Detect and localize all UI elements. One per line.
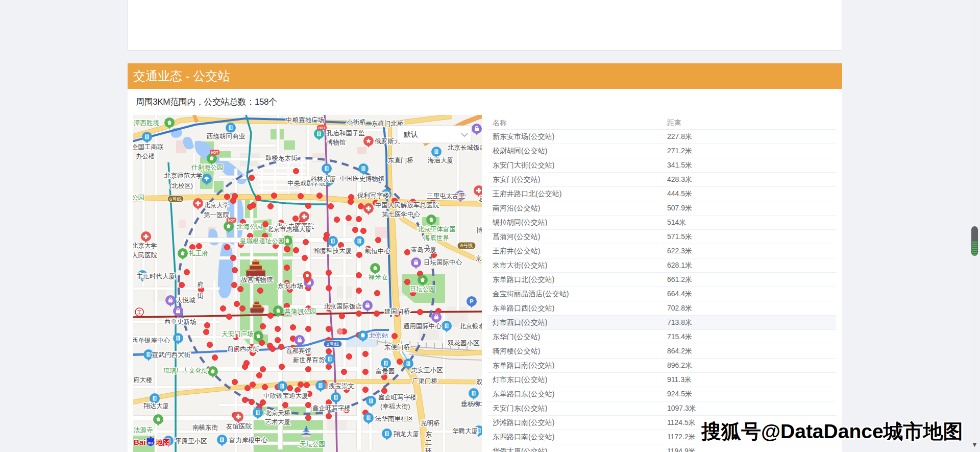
svg-text:2号线: 2号线 xyxy=(327,341,339,347)
svg-text:第一医院: 第一医院 xyxy=(204,211,230,219)
svg-text:海底世界: 海底世界 xyxy=(424,234,449,242)
svg-text:全国工商联: 全国工商联 xyxy=(133,144,164,151)
svg-text:HOT: HOT xyxy=(211,151,218,154)
svg-text:蓝岛大厦: 蓝岛大厦 xyxy=(411,246,436,253)
svg-text:第七医学中心: 第七医学中心 xyxy=(382,211,421,218)
svg-text:潭西胜境: 潭西胜境 xyxy=(134,120,160,127)
svg-text:通用国际中心: 通用国际中心 xyxy=(403,323,442,330)
svg-text:宣武门西大街: 宣武门西大街 xyxy=(152,351,191,359)
svg-text:中欣银宝通大厦: 中欣银宝通大厦 xyxy=(263,392,308,399)
svg-text:(北校区): (北校区) xyxy=(169,182,193,189)
svg-text:平原里小区: 平原里小区 xyxy=(175,438,207,445)
svg-text:6号线: 6号线 xyxy=(169,196,182,202)
svg-text:法源寺: 法源寺 xyxy=(133,426,153,434)
svg-text:凯恒中心: 凯恒中心 xyxy=(365,248,391,255)
svg-text:丰汇时代大厦: 丰汇时代大厦 xyxy=(137,273,175,280)
svg-text:垂杨柳北: 垂杨柳北 xyxy=(461,400,482,408)
svg-text:华腾大厦: 华腾大厦 xyxy=(452,427,478,435)
svg-text:故宫博物院: 故宫博物院 xyxy=(241,276,273,283)
svg-text:双: 双 xyxy=(476,379,482,386)
svg-text:北京站: 北京站 xyxy=(369,332,388,339)
svg-text:HOT: HOT xyxy=(318,126,326,130)
svg-text:忠实里小区: 忠实里小区 xyxy=(411,367,443,374)
svg-text:北京银泰: 北京银泰 xyxy=(459,323,482,330)
svg-text:搜宝崇文: 搜宝崇文 xyxy=(329,383,354,390)
svg-text:三里屯太古里: 三里屯太古里 xyxy=(427,193,465,200)
svg-text:鑫企旺写字楼: 鑫企旺写字楼 xyxy=(378,394,416,401)
svg-text:Bai: Bai xyxy=(134,438,145,446)
svg-text:北京长城饭店: 北京长城饭店 xyxy=(448,144,482,151)
svg-text:小街桥: 小街桥 xyxy=(347,118,366,126)
svg-text:翔龙大厦: 翔龙大厦 xyxy=(394,431,419,438)
svg-text:法华南里社区: 法华南里社区 xyxy=(375,415,414,422)
svg-text:鼓楼东大街: 鼓楼东大街 xyxy=(265,154,298,161)
svg-text:中国人民解放军总医院: 中国人民解放军总医院 xyxy=(375,202,439,209)
svg-text:北京国际饭店: 北京国际饭店 xyxy=(324,303,362,310)
svg-text:西单银座中心: 西单银座中心 xyxy=(133,337,170,344)
svg-text:翔达大厦: 翔达大厦 xyxy=(143,402,169,410)
svg-text:东直门桥: 东直门桥 xyxy=(388,157,414,164)
svg-text:北京工体富国: 北京工体富国 xyxy=(418,226,456,233)
svg-text:北京大学: 北京大学 xyxy=(204,202,229,209)
svg-text:北海公园: 北海公园 xyxy=(237,223,262,230)
svg-text:南横东街: 南横东街 xyxy=(192,424,218,431)
svg-text:北京大学: 北京大学 xyxy=(133,242,157,249)
svg-text:(幸福大街): (幸福大街) xyxy=(380,403,410,410)
svg-text:礼王府: 礼王府 xyxy=(189,250,208,257)
svg-text:前门西大街: 前门西大街 xyxy=(227,345,259,352)
svg-text:俄罗斯大: 俄罗斯大 xyxy=(375,138,401,145)
svg-text:京: 京 xyxy=(475,255,482,262)
svg-text:二: 二 xyxy=(425,439,432,446)
svg-text:鑫企旺写字楼: 鑫企旺写字楼 xyxy=(312,405,351,412)
svg-text:光明桥: 光明桥 xyxy=(421,420,440,427)
svg-text:什刹海公园: 什刹海公园 xyxy=(191,164,224,171)
svg-text:北京市惠福大厦: 北京市惠福大厦 xyxy=(267,226,312,233)
svg-text:办公楼: 办公楼 xyxy=(136,153,155,160)
svg-text:中粮置地广场: 中粮置地广场 xyxy=(286,116,324,124)
svg-text:科林大厦: 科林大厦 xyxy=(310,176,336,183)
svg-text:6号线: 6号线 xyxy=(460,243,473,248)
svg-text:人民医院: 人民医院 xyxy=(133,252,158,259)
svg-text:建国门桥: 建国门桥 xyxy=(384,308,410,315)
svg-text:富力摩根中心: 富力摩根中心 xyxy=(229,437,268,444)
svg-text:菖蒲河公园: 菖蒲河公园 xyxy=(284,308,316,315)
svg-text:艺术大厦: 艺术大厦 xyxy=(265,418,290,425)
svg-text:孔庙和国子监: 孔庙和国子监 xyxy=(326,130,365,137)
svg-text:海油大厦: 海油大厦 xyxy=(428,157,453,164)
svg-text:环: 环 xyxy=(425,447,432,452)
svg-text:西单更新场: 西单更新场 xyxy=(164,318,197,325)
svg-text:博物馆: 博物馆 xyxy=(327,139,346,146)
svg-text:西绦胡同商业: 西绦胡同商业 xyxy=(207,133,246,140)
svg-text:地图: 地图 xyxy=(155,438,170,446)
svg-text:公园: 公园 xyxy=(133,194,144,201)
svg-text:大悦城: 大悦城 xyxy=(176,297,195,304)
svg-text:日坛国际中心: 日坛国际中心 xyxy=(424,259,462,266)
svg-text:天坛公园: 天坛公园 xyxy=(300,441,325,448)
svg-text:东: 东 xyxy=(425,431,432,438)
svg-text:默认: 默认 xyxy=(403,130,418,138)
svg-text:琉璃厂古文化街: 琉璃厂古文化街 xyxy=(163,367,208,374)
svg-text:东安市场: 东安市场 xyxy=(278,282,303,290)
svg-text:博: 博 xyxy=(476,227,482,234)
svg-text:双花园小区: 双花园小区 xyxy=(448,340,480,347)
svg-text:保利写字楼: 保利写字楼 xyxy=(357,192,389,199)
svg-text:皇城根遗址公园: 皇城根遗址公园 xyxy=(240,237,285,245)
svg-text:新世界百货: 新世界百货 xyxy=(293,356,325,364)
svg-text:工: 工 xyxy=(137,310,142,315)
svg-text:首都宾馆: 首都宾馆 xyxy=(286,347,311,354)
svg-text:友谊医院: 友谊医院 xyxy=(226,423,252,430)
svg-text:总: 总 xyxy=(478,195,482,202)
svg-text:府: 府 xyxy=(197,281,204,288)
svg-text:东便门桥: 东便门桥 xyxy=(384,344,410,351)
svg-text:禄米仓: 禄米仓 xyxy=(368,274,388,281)
svg-text:富贵园: 富贵园 xyxy=(376,368,395,375)
svg-text:P: P xyxy=(470,298,473,304)
svg-text:瀚海科技大厦: 瀚海科技大厦 xyxy=(313,247,352,254)
svg-text:HOT: HOT xyxy=(228,219,235,222)
svg-text:中国医史博物馆: 中国医史博物馆 xyxy=(340,175,385,182)
svg-text:街: 街 xyxy=(197,292,204,299)
svg-text:北京师范大学: 北京师范大学 xyxy=(164,172,203,179)
svg-text:日坛公园: 日坛公园 xyxy=(410,286,435,293)
svg-text:天安门广场: 天安门广场 xyxy=(222,330,254,338)
svg-text:北京天桥: 北京天桥 xyxy=(265,410,291,417)
